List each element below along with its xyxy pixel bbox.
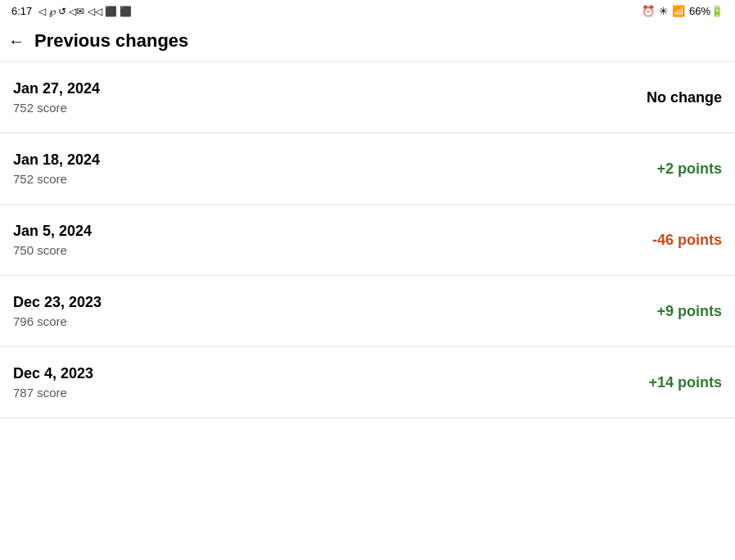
status-time: 6:17 xyxy=(11,5,32,17)
change-value: +9 points xyxy=(656,303,722,320)
status-bar: 6:17 ◁ ℘ ↺ ◁✉ ◁◁ ⬛ ⬛ ⏰ ✳ 📶 66%🔋 xyxy=(0,0,735,22)
change-score: 752 score xyxy=(13,172,100,186)
change-item-left: Jan 5, 2024750 score xyxy=(13,223,92,257)
change-score: 750 score xyxy=(13,243,92,257)
bluetooth-icon: ✳ xyxy=(659,5,668,17)
change-item: Jan 27, 2024752 scoreNo change xyxy=(0,62,735,133)
change-score: 796 score xyxy=(13,314,101,328)
change-value: +2 points xyxy=(656,160,722,178)
change-value: No change xyxy=(647,89,722,106)
change-date: Jan 27, 2024 xyxy=(13,80,100,97)
change-item: Dec 4, 2023787 score+14 points xyxy=(0,347,735,418)
change-date: Jan 18, 2024 xyxy=(13,151,100,169)
change-item-left: Dec 4, 2023787 score xyxy=(13,365,93,400)
back-button[interactable]: ← xyxy=(8,32,25,51)
change-date: Dec 23, 2023 xyxy=(13,294,101,311)
change-score: 787 score xyxy=(13,386,93,400)
change-item-left: Dec 23, 2023796 score xyxy=(13,294,101,328)
change-item-left: Jan 18, 2024752 score xyxy=(13,151,100,186)
alarm-icon: ⏰ xyxy=(642,5,655,17)
change-item-left: Jan 27, 2024752 score xyxy=(13,80,100,115)
change-score: 752 score xyxy=(13,101,100,115)
header: ← Previous changes xyxy=(0,22,735,62)
wifi-icon: 📶 xyxy=(672,5,685,17)
change-item: Jan 5, 2024750 score-46 points xyxy=(0,205,735,276)
change-value: +14 points xyxy=(648,374,722,391)
change-item: Dec 23, 2023796 score+9 points xyxy=(0,276,735,347)
change-date: Jan 5, 2024 xyxy=(13,223,92,240)
status-bar-left: 6:17 ◁ ℘ ↺ ◁✉ ◁◁ ⬛ ⬛ xyxy=(11,5,132,17)
status-bar-right: ⏰ ✳ 📶 66%🔋 xyxy=(642,5,724,17)
changes-list: Jan 27, 2024752 scoreNo changeJan 18, 20… xyxy=(0,62,735,418)
change-item: Jan 18, 2024752 score+2 points xyxy=(0,133,735,205)
page-title: Previous changes xyxy=(34,30,188,52)
change-value: -46 points xyxy=(652,232,722,249)
battery-text: 66%🔋 xyxy=(689,5,724,17)
status-icons: ◁ ℘ ↺ ◁✉ ◁◁ ⬛ ⬛ xyxy=(38,6,132,17)
change-date: Dec 4, 2023 xyxy=(13,365,93,382)
